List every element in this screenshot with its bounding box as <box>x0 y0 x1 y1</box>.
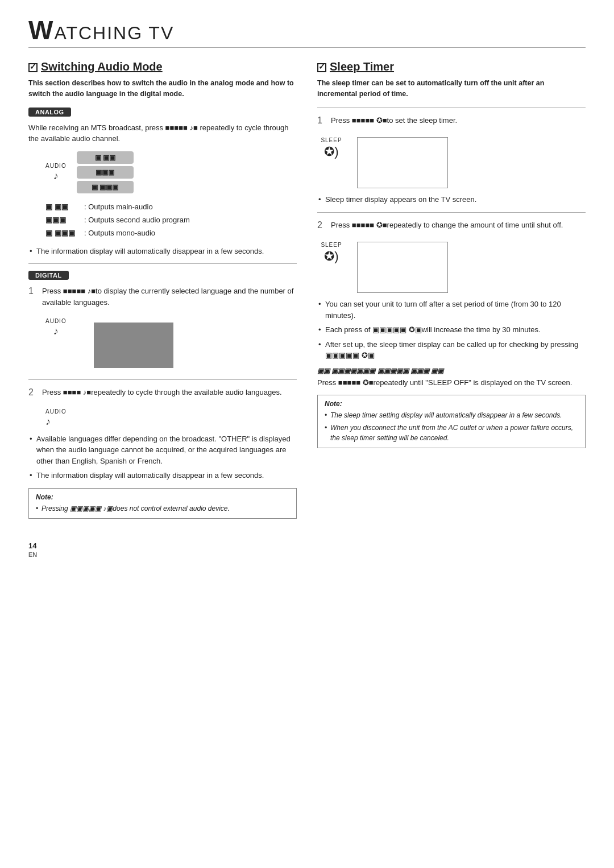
right-section-title: Sleep Timer <box>317 60 586 73</box>
note-item-left-1: Pressing ▣▣▣▣▣ ♪▣does not control extern… <box>36 503 289 514</box>
divider-right-1 <box>317 108 586 108</box>
digital-step2-row: 2 Press ■■■■ ♪■repeatedly to cycle throu… <box>28 387 297 404</box>
left-column: Switching Audio Mode This section descri… <box>28 60 297 519</box>
page-title: WATCHING TV <box>28 17 586 44</box>
divider-2 <box>28 379 297 380</box>
page-number: 14 <box>28 542 36 550</box>
checkbox-icon-right <box>317 63 326 72</box>
audio-btn-1: ▣ ▣▣ <box>77 151 134 164</box>
digital-bullet-2: The information display will automatical… <box>28 470 297 481</box>
page-lang: EN <box>28 551 37 558</box>
audio-buttons-col: ▣ ▣▣ ▣▣▣ ▣ ▣▣▣ <box>77 151 134 193</box>
left-section-title: Switching Audio Mode <box>28 60 297 73</box>
audio-label-step2: AUDIO ♪ <box>45 408 297 428</box>
sleep-bullet-3: After set up, the sleep timer display ca… <box>317 339 586 361</box>
main-columns: Switching Audio Mode This section descri… <box>28 60 586 519</box>
page-footer: 14 EN <box>28 542 586 559</box>
sleep-screen-area-2: SLEEP ✪) <box>317 242 586 293</box>
sleep-step1-row: 1 Press ■■■■■ ✪■to set the sleep timer. <box>317 115 586 132</box>
analog-note: The information display will automatical… <box>28 246 297 257</box>
digital-screen-box <box>94 323 173 368</box>
note-item-right-2: When you disconnect the unit from the AC… <box>325 423 578 443</box>
sleep-screen-area-1: SLEEP ✪) <box>317 137 586 188</box>
cancel-text: Press ■■■■■ ✪■repeatedly until "SLEEP OF… <box>317 377 586 388</box>
digital-step1-row: 1 Press ■■■■■ ♪■to display the currently… <box>28 286 297 313</box>
sleep-bullet-2: Each press of ▣▣▣▣▣ ✪▣will increase the … <box>317 324 586 336</box>
digital-step1-diagram: AUDIO ♪ <box>45 318 297 373</box>
divider-1 <box>28 263 297 264</box>
header-big-letter: W <box>28 15 54 45</box>
note-title-right: Note: <box>325 400 578 408</box>
sleep-step1-text: Press ■■■■■ ✪■to set the sleep timer. <box>331 115 457 126</box>
divider-right-2 <box>317 212 586 213</box>
output-row-2: ▣▣▣ : Outputs second audio program <box>45 213 297 226</box>
audio-label-col: AUDIO ♪ <box>45 163 67 182</box>
output-row-3: ▣ ▣▣▣ : Outputs mono-audio <box>45 226 297 239</box>
digital-bullet-1: Available languages differ depending on … <box>28 433 297 467</box>
audio-btn-2: ▣▣▣ <box>77 166 134 179</box>
sleep-screen-box-1 <box>357 137 448 188</box>
outputs-list: ▣ ▣▣ : Outputs main-audio ▣▣▣ : Outputs … <box>45 200 297 240</box>
sleep-step2-text: Press ■■■■■ ✪■repeatedly to change the a… <box>331 220 563 231</box>
note-title-left: Note: <box>36 493 289 501</box>
cancel-subheading: ▣▣ ▣▣▣▣▣▣▣ ▣▣▣▣▣ ▣▣▣ ▣▣ <box>317 367 586 375</box>
right-column: Sleep Timer The sleep timer can be set t… <box>317 60 586 448</box>
left-title-text: Switching Audio Mode <box>41 60 163 73</box>
sleep-label-col-1: SLEEP ✪) <box>317 137 346 159</box>
sleep-bullet-1: You can set your unit to turn off after … <box>317 299 586 321</box>
audio-label-col-2: AUDIO ♪ <box>45 318 67 337</box>
digital-step2-text: Press ■■■■ ♪■repeatedly to cycle through… <box>42 387 282 398</box>
audio-btn-3: ▣ ▣▣▣ <box>77 181 134 193</box>
right-title-text: Sleep Timer <box>330 60 394 73</box>
digital-step1-text: Press ■■■■■ ♪■to display the currently s… <box>42 286 297 308</box>
left-section-intro: This section describes how to switch the… <box>28 78 297 100</box>
sleep-step1-bullet: Sleep timer display appears on the TV sc… <box>317 194 586 205</box>
note-item-right-1: The sleep timer setting display will aut… <box>325 410 578 420</box>
left-note-box: Note: Pressing ▣▣▣▣▣ ♪▣does not control … <box>28 488 297 519</box>
right-section-intro: The sleep timer can be set to automatica… <box>317 78 586 100</box>
digital-mode-label: DIGITAL <box>28 271 297 286</box>
sleep-step2-row: 2 Press ■■■■■ ✪■repeatedly to change the… <box>317 220 586 237</box>
page-header: WATCHING TV <box>28 17 586 48</box>
checkbox-icon-left <box>28 63 38 72</box>
sleep-label-col-2: SLEEP ✪) <box>317 242 346 264</box>
header-rest-title: ATCHING TV <box>54 23 174 43</box>
output-row-1: ▣ ▣▣ : Outputs main-audio <box>45 200 297 213</box>
audio-diagram: AUDIO ♪ ▣ ▣▣ ▣▣▣ ▣ ▣▣▣ <box>45 151 297 193</box>
analog-mode-label: ANALOG <box>28 108 297 122</box>
analog-step-text: While receiving an MTS broadcast, press … <box>28 122 297 144</box>
sleep-screen-box-2 <box>357 242 448 293</box>
right-note-box: Note: The sleep timer setting display wi… <box>317 395 586 448</box>
